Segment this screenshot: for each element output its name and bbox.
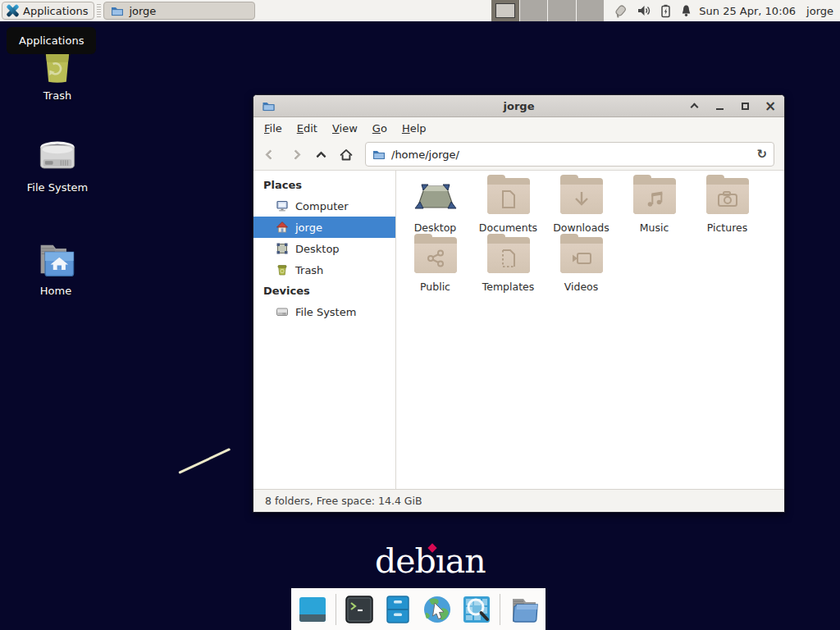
show-desktop-icon — [297, 594, 328, 625]
sidebar-item-file-system[interactable]: File System — [253, 301, 395, 322]
menu-edit[interactable]: Edit — [290, 119, 325, 138]
minimize-button[interactable] — [714, 100, 725, 112]
file-item-downloads[interactable]: Downloads — [545, 178, 618, 234]
sidebar-item-jorge[interactable]: jorge — [253, 217, 395, 238]
workspace-switcher — [491, 0, 605, 21]
status-bar: 8 folders, Free space: 14.4 GiB — [253, 489, 784, 512]
terminal-icon — [344, 594, 375, 625]
hard-drive-icon — [36, 138, 79, 177]
file-item-music[interactable]: Music — [618, 178, 691, 234]
menu-help[interactable]: Help — [395, 119, 434, 138]
dock-separator — [500, 594, 500, 625]
taskbar-window-button[interactable]: jorge — [103, 2, 255, 20]
file-item-label: Videos — [545, 281, 618, 293]
applications-menu-button[interactable]: Applications — [2, 2, 94, 20]
gray-blue-folder-icon — [508, 594, 541, 625]
applications-menu-label: Applications — [23, 5, 88, 17]
stray-line-artifact — [178, 448, 231, 474]
file-item-label: Downloads — [545, 221, 618, 234]
home-icon — [340, 147, 353, 162]
sidebar-item-desktop[interactable]: Desktop — [253, 238, 395, 259]
home-button[interactable] — [340, 148, 353, 161]
reload-icon[interactable]: ↻ — [756, 147, 767, 162]
file-item-public[interactable]: Public — [399, 237, 472, 293]
workspace-1[interactable] — [491, 0, 520, 21]
file-item-label: Public — [399, 281, 472, 293]
file-item-videos[interactable]: Videos — [545, 237, 618, 293]
music-notes-icon — [645, 189, 664, 209]
workspace-4[interactable] — [577, 0, 605, 21]
document-icon — [500, 189, 518, 209]
notifications-bell-icon[interactable] — [680, 4, 692, 17]
template-document-icon — [500, 249, 518, 268]
menu-file[interactable]: File — [257, 119, 290, 138]
panel-clock[interactable]: Sun 25 Apr, 10:06 — [699, 5, 796, 17]
dock-file-manager-button[interactable] — [382, 594, 413, 625]
up-button[interactable] — [314, 148, 327, 161]
sidebar-item-label: Computer — [295, 200, 349, 212]
file-item-documents[interactable]: Documents — [472, 178, 545, 234]
workspace-2[interactable] — [520, 0, 549, 21]
sidebar: Places Computer jorge — [253, 171, 396, 489]
file-item-desktop[interactable]: Desktop — [399, 178, 472, 234]
menu-bar: File Edit View Go Help — [253, 117, 784, 139]
file-cabinet-icon — [382, 594, 413, 625]
dock-terminal-button[interactable] — [344, 594, 375, 625]
workspace-window-thumb — [495, 3, 515, 18]
panel-handle — [97, 4, 101, 17]
desktop-icon-label: Home — [13, 285, 98, 297]
camera-icon — [717, 190, 738, 208]
trash-mini-icon — [276, 263, 289, 276]
web-browser-globe-icon — [421, 593, 454, 626]
volume-icon[interactable] — [637, 4, 651, 17]
sidebar-header-devices: Devices — [253, 281, 395, 301]
dock-separator — [336, 594, 336, 625]
panel-user-label[interactable]: jorge — [806, 5, 833, 17]
battery-charging-icon[interactable] — [660, 4, 671, 18]
computer-icon — [276, 199, 289, 212]
mouse-icon[interactable] — [613, 4, 628, 18]
drive-mini-icon — [276, 305, 289, 318]
shade-button[interactable] — [688, 100, 700, 112]
address-bar[interactable]: /home/jorge/ ↻ — [365, 142, 774, 167]
home-red-roof-icon — [276, 221, 289, 234]
video-camera-icon — [571, 250, 592, 267]
maximize-button[interactable] — [739, 100, 751, 112]
file-grid: Desktop Documents Downloads — [396, 171, 784, 489]
dock-directory-menu-button[interactable] — [508, 594, 541, 625]
menu-go[interactable]: Go — [365, 119, 395, 138]
home-folder-icon — [34, 240, 78, 281]
download-arrow-icon — [572, 189, 591, 209]
sidebar-item-label: Desktop — [295, 243, 340, 255]
file-item-label: Documents — [472, 221, 545, 234]
sidebar-item-label: File System — [295, 306, 356, 318]
close-button[interactable]: × — [765, 100, 776, 112]
blue-folder-icon — [111, 4, 124, 17]
address-path[interactable]: /home/jorge/ — [391, 148, 751, 161]
window-controls: × — [688, 100, 776, 112]
dock-show-desktop-button[interactable] — [297, 594, 328, 625]
dock-web-browser-button[interactable] — [421, 593, 454, 626]
desktop-mini-icon — [276, 242, 289, 255]
file-item-templates[interactable]: Templates — [472, 237, 545, 293]
sidebar-item-trash[interactable]: Trash — [253, 259, 395, 281]
address-folder-icon — [372, 148, 386, 161]
sidebar-header-places: Places — [253, 175, 395, 195]
window-titlebar[interactable]: jorge × — [253, 95, 784, 117]
menu-view[interactable]: View — [325, 119, 365, 138]
file-item-label: Desktop — [399, 221, 472, 234]
dock — [291, 588, 546, 630]
sidebar-item-computer[interactable]: Computer — [253, 195, 395, 217]
dock-app-finder-button[interactable] — [461, 594, 492, 625]
file-item-pictures[interactable]: Pictures — [691, 178, 764, 234]
app-finder-icon — [461, 594, 492, 625]
file-item-label: Templates — [472, 281, 545, 293]
desktop-icon-file-system[interactable]: File System — [15, 138, 100, 194]
top-panel: Applications jorge — [0, 0, 840, 21]
back-button[interactable] — [263, 148, 276, 161]
xfce-applications-icon — [6, 4, 19, 17]
forward-button[interactable] — [289, 148, 302, 161]
workspace-3[interactable] — [548, 0, 577, 21]
desktop-icon-home[interactable]: Home — [13, 240, 98, 297]
debian-logo: debıan — [375, 541, 486, 581]
